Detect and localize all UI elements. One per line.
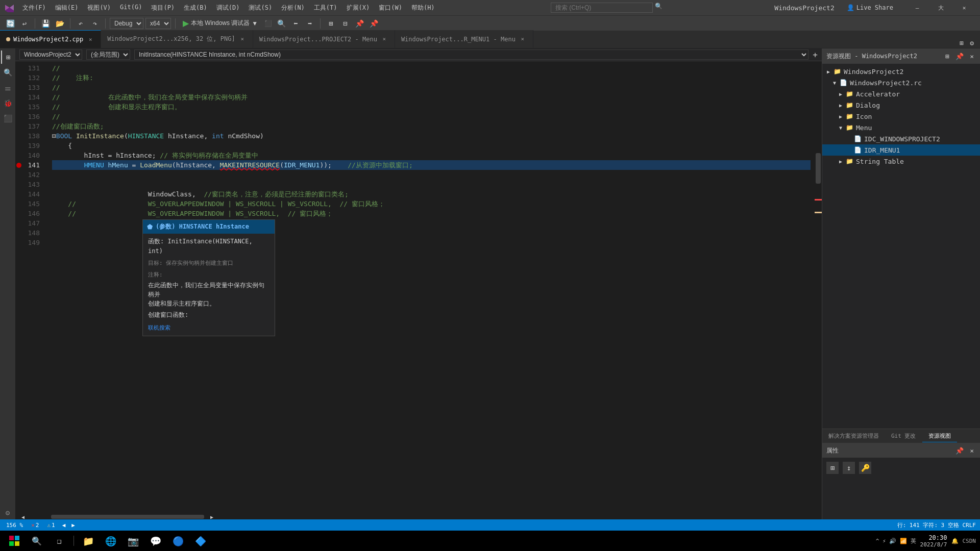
menu-git[interactable]: Git(G) (116, 2, 146, 14)
scroll-thumb[interactable] (816, 153, 821, 184)
sidebar-debug[interactable]: 🐞 (1, 96, 14, 110)
menu-debug[interactable]: 调试(D) (212, 2, 244, 14)
platform-select[interactable]: x64 (145, 18, 171, 29)
tree-rc[interactable]: ▼ 📄 WindowsProject2.rc (822, 77, 980, 88)
live-share-button[interactable]: 👤 Live Share (843, 3, 897, 12)
start-button[interactable] (4, 531, 24, 551)
prop-grid-icon[interactable]: ⊞ (826, 462, 839, 474)
tree-accelerator[interactable]: ▶ 📁 Accelerator (822, 88, 980, 99)
warning-count[interactable]: ⚠ 1 (45, 522, 57, 529)
back-button[interactable]: 🔄 (4, 17, 16, 30)
menu-file[interactable]: 文件(F) (18, 2, 50, 14)
taskbar-chrome[interactable]: 🌐 (101, 531, 121, 551)
toolbar-btn2[interactable]: 🔍 (275, 17, 287, 30)
toolbar-btn3[interactable]: ⬅ (289, 17, 302, 30)
minimize-button[interactable]: — (905, 0, 929, 15)
menu-build[interactable]: 生成(B) (180, 2, 211, 14)
panel-close-btn[interactable]: × (968, 52, 976, 61)
taskbar-file-explorer[interactable]: 📁 (78, 531, 99, 551)
vertical-scrollbar[interactable] (815, 61, 822, 514)
panel-prop-pin[interactable]: 📌 (953, 446, 966, 456)
taskbar-vs[interactable]: 🔷 (190, 531, 211, 551)
tab-menu1[interactable]: WindowsProject...PROJECT2 - Menu × (253, 30, 395, 48)
split-editor-btn[interactable]: ⊞ (958, 38, 966, 48)
horizontal-scrollbar[interactable]: ◀ ▶ (15, 514, 822, 519)
class-dropdown[interactable]: WindowsProject2 (19, 49, 82, 60)
taskbar-photos[interactable]: 📷 (123, 531, 143, 551)
menu-view[interactable]: 视图(V) (83, 2, 115, 14)
tree-string-table[interactable]: ▶ 📁 String Table (822, 156, 980, 167)
sdxl-btn[interactable]: CSDN (963, 538, 976, 544)
tab-cpp-close[interactable]: × (86, 35, 94, 43)
toolbar-btn6[interactable]: ⊟ (339, 17, 351, 30)
sidebar-explorer[interactable]: ⊞ (1, 51, 14, 64)
menu-edit[interactable]: 编辑(E) (51, 2, 83, 14)
tree-menu[interactable]: ▼ 📁 Menu (822, 122, 980, 133)
menu-project[interactable]: 项目(P) (147, 2, 179, 14)
maximize-button[interactable]: 大 (929, 0, 952, 15)
tree-icon-folder[interactable]: ▶ 📁 Icon (822, 111, 980, 122)
zoom-level[interactable]: 156 % (4, 522, 25, 529)
panel-new-view-btn[interactable]: ⊞ (943, 52, 951, 61)
tab-cpp[interactable]: WindowsProject2.cpp × (0, 30, 101, 48)
toolbar-btn1[interactable]: ⬛ (263, 17, 273, 30)
h-scroll-thumb[interactable] (51, 515, 204, 519)
ac-link[interactable]: 联机搜索 (148, 323, 270, 333)
toolbar-btn5[interactable]: ⊞ (325, 17, 337, 30)
tree-root[interactable]: ▶ 📁 WindowsProject2 (822, 66, 980, 77)
tab-png-close[interactable]: × (238, 35, 247, 43)
panel-pin-btn[interactable]: 📌 (953, 52, 966, 61)
settings-btn[interactable]: ⚙ (968, 38, 976, 48)
search-input[interactable] (551, 3, 653, 13)
tab-menu1-close[interactable]: × (380, 35, 388, 43)
code-content[interactable]: // // 注释: // // 在此函数中，我们在全局变量中保存实例句柄并 //… (48, 61, 815, 514)
sidebar-search[interactable]: 🔍 (1, 66, 14, 79)
expand-btn[interactable]: + (813, 50, 818, 60)
sidebar-extensions[interactable]: ⬛ (1, 112, 14, 125)
prop-key-icon[interactable]: 🔑 (859, 462, 871, 474)
right-tab-resource[interactable]: 资源视图 (922, 430, 957, 442)
search-taskbar-btn[interactable]: 🔍 (27, 531, 47, 551)
scope-dropdown[interactable]: (全局范围) (86, 49, 130, 60)
notifications-btn[interactable]: 🔔 (951, 538, 959, 544)
menu-analyze[interactable]: 分析(N) (277, 2, 309, 14)
tab-menu2[interactable]: WindowsProject...R_MENU1 - Menu × (395, 30, 533, 48)
sidebar-scm[interactable]: ⚌ (1, 81, 14, 94)
toolbar-btn4[interactable]: ➡ (304, 17, 316, 30)
debug-config-select[interactable]: Debug (110, 18, 143, 29)
save-button[interactable]: 💾 (39, 17, 52, 30)
task-view-btn[interactable]: ❑ (49, 531, 69, 551)
right-tab-solution[interactable]: 解决方案资源管理器 (822, 430, 885, 442)
tab-menu2-close[interactable]: × (519, 35, 527, 43)
close-button[interactable]: ✕ (952, 0, 976, 15)
error-count[interactable]: ✕ 2 (29, 522, 41, 529)
sidebar-settings[interactable]: ⚙ (1, 506, 14, 519)
taskbar-wechat[interactable]: 💬 (145, 531, 166, 551)
tab-png[interactable]: WindowsProject2...x256, 32 位, PNG] × (101, 30, 253, 48)
forward-button[interactable]: ↩ (18, 17, 31, 30)
tree-idc[interactable]: 📄 IDC_WINDOWSPROJECT2 (822, 133, 980, 144)
menu-window[interactable]: 窗口(W) (375, 2, 406, 14)
nav-forward[interactable]: ▶ (70, 522, 76, 529)
tree-idr[interactable]: 📄 IDR_MENU1 (822, 144, 980, 156)
toolbar-btn8[interactable]: 📌 (368, 17, 380, 30)
redo-button[interactable]: ↷ (89, 17, 101, 30)
panel-prop-close[interactable]: × (968, 446, 976, 456)
open-button[interactable]: 📂 (54, 17, 66, 30)
menu-test[interactable]: 测试(S) (244, 2, 276, 14)
taskbar-edge[interactable]: 🔵 (168, 531, 188, 551)
clock[interactable]: 20:30 2022/8/7 (920, 534, 947, 548)
menu-tools[interactable]: 工具(T) (310, 2, 341, 14)
nav-back[interactable]: ◀ (61, 522, 67, 529)
toolbar-btn7[interactable]: 📌 (353, 17, 365, 30)
menu-extensions[interactable]: 扩展(X) (342, 2, 374, 14)
menu-help[interactable]: 帮助(H) (407, 2, 439, 14)
scroll-left-btn[interactable]: ◀ (15, 514, 31, 520)
run-button[interactable]: ▶ 本地 Windows 调试器 ▼ (180, 18, 261, 28)
undo-button[interactable]: ↶ (75, 17, 87, 30)
right-tab-git[interactable]: Git 更改 (885, 430, 922, 442)
scroll-right-btn[interactable]: ▶ (204, 514, 219, 520)
prop-sort-icon[interactable]: ↕ (843, 462, 855, 474)
method-dropdown[interactable]: InitInstance(HINSTANCE hInstance, int nC… (134, 49, 808, 60)
tree-dialog[interactable]: ▶ 📁 Dialog (822, 99, 980, 111)
